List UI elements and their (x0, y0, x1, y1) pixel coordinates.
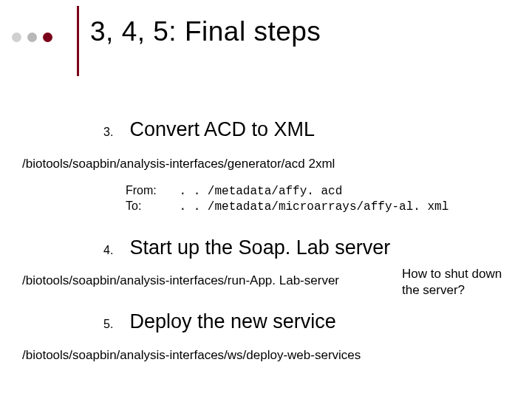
bullet-dot-icon (12, 33, 21, 42)
from-to-block: From: . . /metadata/affy. acd To: . . /m… (126, 183, 449, 214)
step-text: Deploy the new service (130, 310, 336, 333)
bullet-dot-icon (43, 33, 52, 42)
from-value: . . /metadata/affy. acd (179, 185, 342, 198)
command-path-deploy: /biotools/soapbin/analysis-interfaces/ws… (22, 348, 361, 363)
step-4: 4. Start up the Soap. Lab server (103, 236, 390, 259)
step-number: 5. (103, 318, 124, 331)
slide: 3, 4, 5: Final steps 3. Convert ACD to X… (0, 0, 532, 399)
to-label: To: (126, 199, 176, 214)
step-3: 3. Convert ACD to XML (103, 118, 315, 141)
step-number: 4. (103, 244, 124, 257)
to-value: . . /metadata/microarrays/affy-al. xml (179, 200, 449, 214)
from-line: From: . . /metadata/affy. acd (126, 183, 449, 199)
title-bullets (12, 33, 52, 42)
command-path-run-server: /biotools/soapbin/analysis-interfaces/ru… (22, 273, 339, 288)
title-divider (77, 6, 79, 76)
to-line: To: . . /metadata/microarrays/affy-al. x… (126, 199, 449, 214)
step-number: 3. (103, 126, 124, 139)
slide-title: 3, 4, 5: Final steps (90, 16, 321, 47)
bullet-dot-icon (27, 33, 37, 42)
side-note: How to shut down the server? (402, 266, 520, 299)
step-5: 5. Deploy the new service (103, 310, 336, 333)
from-label: From: (126, 183, 176, 198)
command-path-acd2xml: /biotools/soapbin/analysis-interfaces/ge… (22, 157, 335, 171)
step-text: Convert ACD to XML (130, 118, 316, 141)
step-text: Start up the Soap. Lab server (130, 236, 391, 259)
